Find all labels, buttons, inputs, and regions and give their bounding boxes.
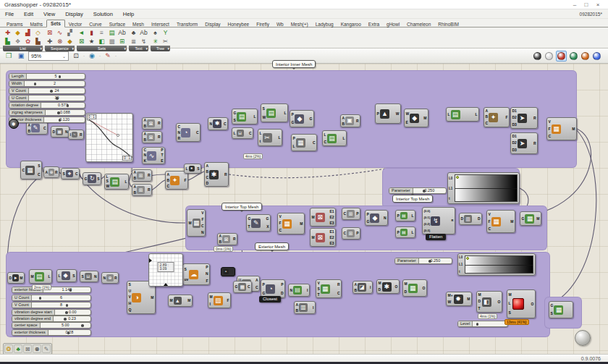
slider-track[interactable]: 8 (32, 302, 90, 308)
output-port-N[interactable]: N (384, 216, 387, 220)
gh-node-69[interactable]: MLSO (507, 289, 536, 318)
gh-node-24[interactable]: A⊕R (43, 166, 59, 178)
input-port-G[interactable]: G (85, 177, 88, 181)
output-port-G[interactable]: G (310, 117, 313, 121)
input-port-M[interactable]: M (478, 293, 481, 297)
output-port-R[interactable]: R (356, 119, 359, 123)
output-port-C[interactable]: C (248, 285, 250, 289)
input-port-C[interactable]: C (178, 125, 181, 129)
slider-v-count[interactable]: V Count8 (12, 302, 91, 308)
tab-wb[interactable]: Wb (273, 21, 287, 27)
input-port-L[interactable]: L (260, 132, 262, 135)
slider-knob[interactable] (67, 104, 69, 107)
input-port-C[interactable]: C (279, 229, 282, 232)
output-port-M[interactable]: M (423, 117, 426, 120)
slider-track[interactable]: 0.573 (41, 103, 85, 108)
gh-node-44[interactable]: {0;0}{0;1}{0;2}{0;3}↯R (422, 207, 455, 234)
slider-track[interactable]: 0.250 (413, 188, 446, 193)
gh-node-27[interactable]: LSW▤L (104, 174, 129, 190)
input-port-L1[interactable]: L1 (459, 263, 463, 266)
tab-mesh[interactable]: Mesh(+) (287, 21, 312, 27)
gh-node-45[interactable]: D▥D (459, 213, 482, 225)
gh-node-43[interactable]: P▤L (395, 227, 415, 238)
input-port-A[interactable]: A (206, 164, 209, 168)
gh-node-65[interactable]: MD✱O (376, 279, 400, 294)
input-port-D[interactable]: D (461, 217, 464, 221)
input-port-S[interactable]: S (263, 107, 265, 111)
slider-knob[interactable] (34, 82, 37, 85)
input-port-S[interactable]: S (318, 287, 320, 291)
tab-ghowl[interactable]: gHowl (383, 21, 403, 27)
output-port-R[interactable]: R (114, 276, 117, 280)
tab-kangaroo[interactable]: Kangaroo (337, 21, 365, 27)
sketch-tool-icon[interactable]: ✎ (103, 51, 113, 61)
gh-node-26[interactable]: G↻S (83, 172, 101, 185)
ribbon-group-label[interactable]: Sequence▾ (45, 46, 75, 51)
menu-item-help[interactable]: Help (118, 11, 139, 17)
tree-tool-icon[interactable]: Y (161, 28, 170, 37)
gh-node-47[interactable]: G▦M (520, 211, 541, 226)
tree-tool-icon[interactable]: ♠ (151, 28, 160, 37)
input-port-D[interactable]: D (379, 288, 381, 292)
output-port-M[interactable]: M (300, 222, 303, 226)
input-port-P[interactable]: P (293, 137, 295, 140)
slider-vibration-degree-end[interactable]: vibration degree end0.23 (12, 316, 91, 322)
gh-node-8[interactable]: GS▤L (232, 109, 258, 124)
list-tool-icon[interactable]: ◇ (33, 28, 43, 37)
slider-knob[interactable] (69, 289, 72, 292)
input-port-N[interactable]: N (210, 122, 213, 126)
output-port-N[interactable]: N (206, 272, 208, 276)
slider-track[interactable]: 24 (29, 88, 85, 93)
output-port-L[interactable]: L (284, 111, 286, 115)
list-tool-icon[interactable]: ❖ (13, 37, 22, 46)
input-port-B[interactable]: B (28, 130, 31, 133)
gh-node-40[interactable]: C⊞P (342, 227, 360, 240)
output-port-T[interactable]: T (161, 153, 163, 157)
gh-node-0[interactable]: AB✎C (26, 122, 48, 135)
output-port-D[interactable]: D (478, 217, 481, 221)
input-port-L0[interactable]: L0 (449, 177, 452, 180)
output-port-G[interactable]: G (266, 217, 269, 221)
output-port-L[interactable]: L (475, 113, 477, 117)
input-port-A[interactable]: A (296, 303, 299, 307)
slider-track[interactable]: 0.00 (55, 310, 90, 315)
output-port-F[interactable]: F (505, 116, 507, 119)
output-port-D[interactable]: D (281, 292, 284, 295)
input-port-A[interactable]: A (486, 109, 489, 113)
gh-node-55[interactable]: ⊗ (221, 267, 235, 276)
list-tool-icon[interactable]: ✿ (23, 37, 33, 46)
zoom-extents-icon[interactable]: ⊡ (71, 51, 81, 61)
sets-tool-icon[interactable]: ⊠ (77, 37, 86, 46)
slider-knob[interactable] (59, 119, 62, 122)
output-port-N[interactable]: N (65, 130, 68, 134)
input-port-D[interactable]: D (9, 276, 12, 280)
sequence-tool-icon[interactable]: ⊗ (55, 37, 64, 46)
slider-track[interactable]: 0.28 (48, 330, 90, 335)
input-port-R[interactable]: R (178, 137, 181, 140)
slider-track[interactable] (473, 321, 507, 326)
output-port-O[interactable]: O (423, 287, 426, 290)
sets-tool-icon[interactable]: ▤ (107, 28, 117, 37)
output-port-I[interactable]: I (370, 286, 371, 289)
input-port-L[interactable]: L (509, 302, 511, 305)
input-port-N[interactable]: N (178, 131, 181, 135)
text-tool-icon[interactable]: ≣ (129, 37, 138, 46)
zoom-select[interactable]: 95% ⌄ (28, 51, 69, 61)
tab-honeybee[interactable]: Honeybee (224, 21, 253, 27)
gh-node-63[interactable]: AB▥I (294, 301, 316, 314)
slider-interior-thickness[interactable]: interior thickness0.120 (9, 117, 85, 123)
gh-node-54[interactable]: Suv☁PNF (182, 263, 210, 285)
output-port-F[interactable]: F (201, 218, 203, 221)
preview-sphere-button-3[interactable] (569, 51, 578, 61)
input-port-H[interactable]: H (129, 302, 132, 305)
gh-node-38[interactable]: M⊠E1E2E3 (310, 228, 336, 247)
output-port-I[interactable]: I (307, 289, 308, 292)
ribbon-group-label[interactable]: List▾ (3, 46, 43, 51)
output-port-L[interactable]: L (48, 275, 50, 279)
input-port-L[interactable]: L (448, 113, 450, 117)
input-port-V[interactable]: V (549, 120, 551, 124)
gradient-grip[interactable] (456, 176, 459, 179)
input-port-A[interactable]: A (134, 185, 137, 189)
gh-node-9[interactable]: L⊟C (232, 127, 253, 139)
input-port-B[interactable]: B (134, 177, 137, 180)
